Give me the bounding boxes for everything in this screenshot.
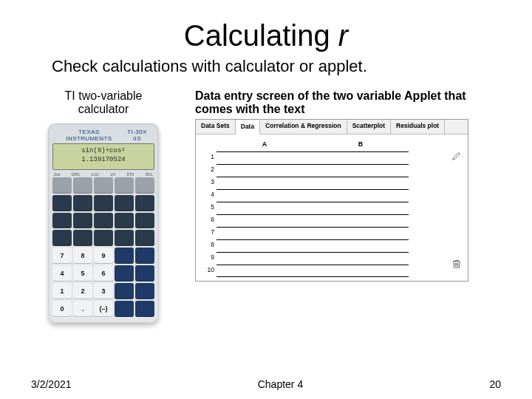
table-row[interactable] [216, 214, 409, 227]
applet-window: Data Sets Data Correlation & Regression … [195, 119, 468, 282]
calculator-column: TI two-variable calculator TEXAS INSTRUM… [30, 89, 177, 323]
calculator-caption-line2: calculator [78, 103, 129, 115]
calculator-screen: sin(8)+cos² 1.139170524 [52, 143, 154, 170]
slide-title: Calculating r [30, 19, 502, 52]
table-row[interactable] [216, 189, 409, 202]
column-header-a: A [216, 140, 313, 151]
calculator-brand: TEXAS INSTRUMENTS [55, 129, 123, 142]
table-row[interactable] [216, 202, 409, 214]
applet-caption: Data entry screen of the two variable Ap… [195, 89, 502, 116]
footer-page-number: 20 [489, 378, 501, 390]
tab-residuals-plot[interactable]: Residuals plot [391, 120, 445, 134]
applet-tablist: Data Sets Data Correlation & Regression … [196, 120, 468, 134]
footer-date: 3/2/2021 [31, 378, 72, 390]
trash-icon[interactable] [451, 259, 462, 269]
title-text: Calculating [184, 19, 338, 52]
table-row[interactable] [216, 265, 409, 277]
table-row[interactable] [216, 227, 409, 239]
calculator-screen-line2: 1.139170524 [56, 155, 151, 164]
data-grid[interactable]: A B [216, 140, 409, 275]
tab-scatterplot[interactable]: Scatterplot [347, 120, 391, 134]
title-variable: r [338, 19, 348, 52]
calculator-model-bar: TEXAS INSTRUMENTS TI-30X IIS [52, 129, 154, 142]
table-row[interactable] [216, 164, 409, 177]
tab-data-sets[interactable]: Data Sets [196, 120, 236, 134]
calculator-image: TEXAS INSTRUMENTS TI-30X IIS sin(8)+cos²… [48, 123, 159, 323]
tab-data[interactable]: Data [236, 120, 260, 134]
applet-column: Data entry screen of the two variable Ap… [195, 89, 502, 282]
calculator-fn-labels: 2nd DRG LOG LN STO RCL [52, 172, 154, 177]
pencil-icon[interactable] [451, 151, 462, 161]
row-numbers: 1 2 3 4 5 6 7 8 9 10 [200, 140, 216, 275]
table-row[interactable] [216, 151, 409, 164]
table-row[interactable] [216, 239, 409, 252]
calculator-keypad: 789 456 123 0.(–) [52, 177, 154, 317]
calculator-screen-line1: sin(8)+cos² [56, 146, 151, 155]
footer-chapter: Chapter 4 [258, 378, 303, 390]
table-row[interactable] [216, 177, 409, 189]
tab-correlation-regression[interactable]: Correlation & Regression [260, 120, 347, 134]
slide-footer: 3/2/2021 Chapter 4 20 [0, 378, 532, 390]
slide-subtitle: Check calculations with calculator or ap… [52, 57, 502, 76]
column-header-b: B [313, 140, 409, 151]
calculator-model: TI-30X IIS [123, 129, 151, 142]
table-row[interactable] [216, 252, 409, 265]
applet-body: 1 2 3 4 5 6 7 8 9 10 A B [196, 134, 468, 281]
grid-rows [216, 151, 409, 277]
grid-header: A B [216, 140, 409, 151]
calculator-caption-line1: TI two-variable [65, 89, 143, 102]
calculator-caption: TI two-variable calculator [30, 89, 177, 116]
content-area: TI two-variable calculator TEXAS INSTRUM… [30, 89, 502, 323]
